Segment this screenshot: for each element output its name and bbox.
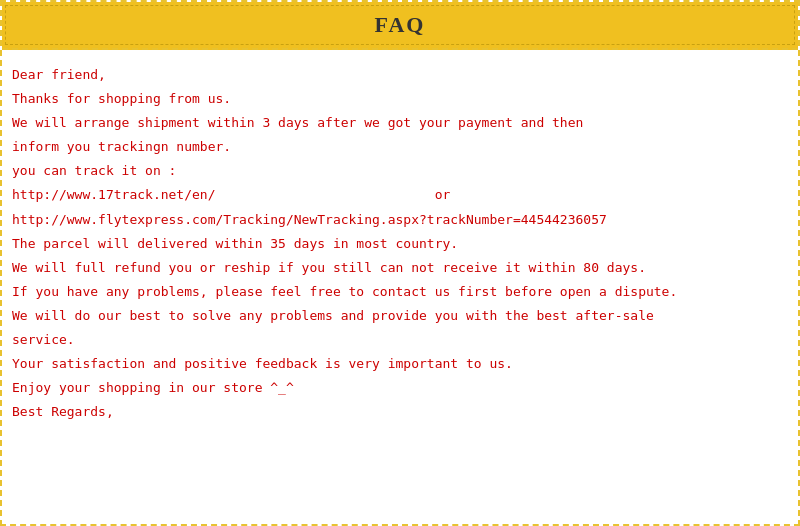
line15: Best Regards, (12, 401, 782, 423)
line12: service. (12, 329, 782, 351)
line6: http://www.17track.net/en/ or (12, 184, 782, 206)
line9: We will full refund you or reship if you… (12, 257, 782, 279)
faq-title: FAQ (375, 12, 426, 37)
line14: Enjoy your shopping in our store ^_^ (12, 377, 782, 399)
line2: Thanks for shopping from us. (12, 88, 782, 110)
line8: The parcel will delivered within 35 days… (12, 233, 782, 255)
line11: We will do our best to solve any problem… (12, 305, 782, 327)
faq-content: Dear friend, Thanks for shopping from us… (2, 50, 798, 435)
line4: inform you trackingn number. (12, 136, 782, 158)
page-container: FAQ Dear friend, Thanks for shopping fro… (0, 0, 800, 526)
faq-header: FAQ (2, 2, 798, 50)
line7: http://www.flytexpress.com/Tracking/NewT… (12, 209, 782, 231)
line3: We will arrange shipment within 3 days a… (12, 112, 782, 134)
line13: Your satisfaction and positive feedback … (12, 353, 782, 375)
line10: If you have any problems, please feel fr… (12, 281, 782, 303)
line1: Dear friend, (12, 64, 782, 86)
line5: you can track it on : (12, 160, 782, 182)
